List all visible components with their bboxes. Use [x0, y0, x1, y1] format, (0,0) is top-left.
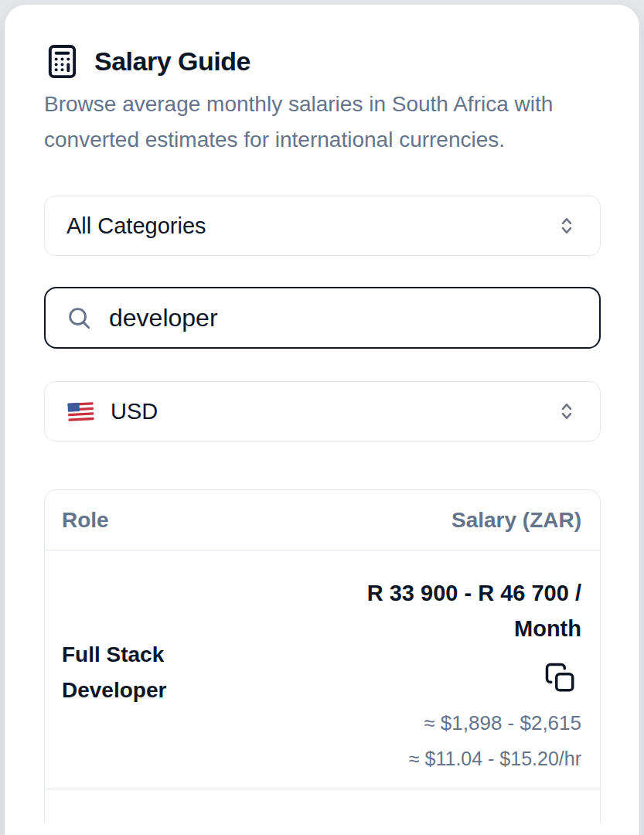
- role-name: Full Stack Developer: [62, 637, 224, 708]
- copy-icon: [544, 662, 577, 694]
- salary-zar-range: R 33 900 - R 46 700 / Month: [315, 575, 581, 646]
- page-title: Salary Guide: [94, 46, 250, 77]
- salary-table-header: Role Salary (ZAR): [45, 490, 600, 550]
- currency-select-value: USD: [111, 399, 555, 424]
- page-header: Salary Guide: [44, 43, 600, 80]
- search-icon: [66, 305, 92, 331]
- copy-button[interactable]: [544, 662, 577, 694]
- column-header-role: Role: [62, 508, 109, 533]
- salary-guide-card: Salary Guide Browse average monthly sala…: [5, 5, 639, 835]
- chevrons-up-down-icon: [555, 214, 578, 237]
- salary-usd-monthly: ≈ $1,898 - $2,615: [424, 711, 581, 735]
- calculator-icon: [44, 43, 80, 80]
- salary-table: Role Salary (ZAR) Full Stack Developer R…: [44, 489, 601, 823]
- category-select[interactable]: All Categories: [44, 196, 601, 256]
- salary-cell: R 33 900 - R 46 700 / Month ≈ $1,898 - $…: [315, 575, 581, 770]
- salary-usd-hourly: ≈ $11.04 - $15.20/hr: [409, 748, 581, 770]
- next-table-row-partial: [45, 789, 600, 823]
- currency-select[interactable]: USD: [44, 381, 601, 441]
- us-flag-icon: [66, 401, 95, 422]
- column-header-salary: Salary (ZAR): [451, 508, 581, 533]
- search-box: [44, 287, 601, 349]
- chevrons-up-down-icon: [555, 400, 578, 423]
- page-description: Browse average monthly salaries in South…: [44, 87, 585, 158]
- category-select-value: All Categories: [66, 213, 555, 239]
- search-input[interactable]: [109, 304, 579, 332]
- table-row: Full Stack Developer R 33 900 - R 46 700…: [45, 550, 600, 789]
